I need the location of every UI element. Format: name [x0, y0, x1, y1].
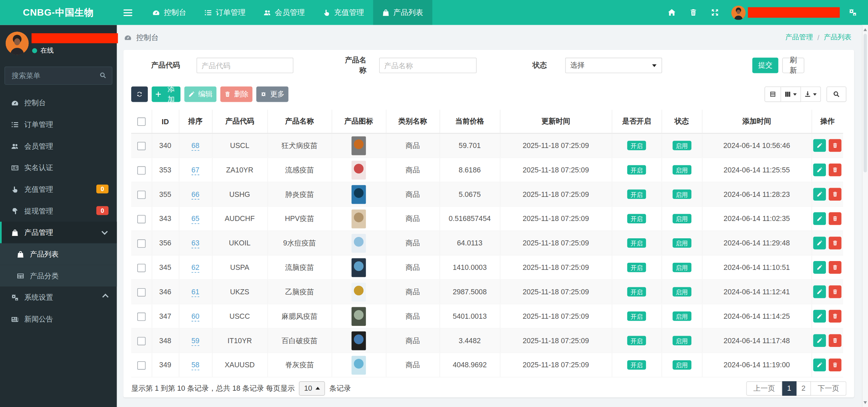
open-badge[interactable]: 开启 [627, 263, 646, 272]
sidebar-item-gears[interactable]: 系统设置 [0, 286, 117, 308]
row-delete-button[interactable] [829, 237, 842, 249]
product-code-input[interactable] [197, 58, 294, 73]
open-badge[interactable]: 开启 [627, 189, 646, 199]
product-image[interactable] [352, 355, 366, 374]
product-image[interactable] [352, 185, 366, 204]
page-nav-button[interactable]: 下一页 [811, 381, 846, 395]
row-delete-button[interactable] [829, 164, 842, 177]
open-badge[interactable]: 开启 [627, 141, 646, 150]
row-edit-button[interactable] [813, 188, 826, 201]
row-delete-button[interactable] [829, 358, 842, 371]
more-button[interactable]: 更多 [256, 87, 289, 102]
status-badge[interactable]: 启用 [672, 141, 691, 150]
refresh-button[interactable]: 刷新 [782, 58, 804, 73]
sort-editable-link[interactable]: 60 [192, 312, 200, 321]
open-badge[interactable]: 开启 [627, 214, 646, 223]
page-size-dropdown[interactable]: 10 [299, 381, 325, 395]
top-nav-item-gauge[interactable]: 控制台 [143, 0, 195, 25]
open-badge[interactable]: 开启 [627, 336, 646, 345]
row-edit-button[interactable] [813, 139, 826, 152]
status-badge[interactable]: 启用 [672, 165, 691, 175]
top-nav-item-bag[interactable]: 产品列表 [373, 0, 432, 25]
row-edit-button[interactable] [813, 261, 826, 274]
row-edit-button[interactable] [813, 310, 826, 323]
top-nav-item-list[interactable]: 订单管理 [195, 0, 255, 25]
top-nav-item-hand-up[interactable]: 充值管理 [314, 0, 373, 25]
row-edit-button[interactable] [813, 212, 826, 225]
row-edit-button[interactable] [813, 164, 826, 177]
open-badge[interactable]: 开启 [627, 238, 646, 248]
sort-editable-link[interactable]: 61 [192, 288, 200, 297]
row-delete-button[interactable] [829, 188, 842, 201]
row-checkbox[interactable] [137, 263, 145, 272]
product-image[interactable] [352, 282, 366, 301]
row-checkbox[interactable] [137, 361, 145, 369]
product-image[interactable] [352, 331, 366, 350]
status-badge[interactable]: 启用 [672, 360, 691, 370]
sort-editable-link[interactable]: 67 [192, 166, 200, 175]
product-image[interactable] [352, 258, 366, 277]
sidebar-item-bag[interactable]: 产品管理 [0, 222, 117, 243]
sidebar-item-card[interactable]: 实名认证 [0, 157, 117, 179]
row-delete-button[interactable] [829, 285, 842, 298]
sidebar-item-list[interactable]: 订单管理 [0, 114, 117, 135]
status-badge[interactable]: 启用 [672, 189, 691, 199]
status-badge[interactable]: 启用 [672, 312, 691, 321]
row-checkbox[interactable] [137, 166, 145, 174]
row-checkbox[interactable] [137, 190, 145, 199]
status-badge[interactable]: 启用 [672, 263, 691, 272]
sidebar-toggle-button[interactable] [117, 0, 139, 25]
row-delete-button[interactable] [829, 261, 842, 274]
row-checkbox[interactable] [137, 337, 145, 345]
sidebar-avatar[interactable] [5, 32, 29, 55]
sidebar-item-hand-up[interactable]: 充值管理 0 [0, 179, 117, 200]
sidebar-item-grid-sub[interactable]: 产品分类 [0, 265, 117, 286]
scrollbar-thumb[interactable] [863, 34, 867, 172]
row-delete-button[interactable] [829, 139, 842, 152]
scrollbar[interactable] [862, 25, 868, 407]
submit-button[interactable]: 提交 [752, 58, 778, 73]
user-avatar[interactable] [731, 5, 746, 20]
open-badge[interactable]: 开启 [627, 360, 646, 370]
sidebar-item-news[interactable]: 新闻公告 [0, 308, 117, 330]
row-delete-button[interactable] [829, 212, 842, 225]
row-edit-button[interactable] [813, 285, 826, 298]
sort-editable-link[interactable]: 63 [192, 239, 200, 248]
product-image[interactable] [352, 209, 366, 228]
page-nav-button[interactable]: 上一页 [746, 381, 782, 395]
columns-button[interactable] [781, 87, 801, 102]
sort-editable-link[interactable]: 68 [192, 141, 200, 151]
row-checkbox[interactable] [137, 215, 145, 223]
row-edit-button[interactable] [813, 334, 826, 347]
breadcrumb-current-link[interactable]: 产品列表 [824, 33, 851, 42]
sidebar-item-users[interactable]: 会员管理 [0, 135, 117, 157]
row-checkbox[interactable] [137, 288, 145, 296]
scroll-down-icon[interactable] [864, 401, 867, 404]
row-checkbox[interactable] [137, 239, 145, 247]
delete-button[interactable]: 删除 [220, 87, 253, 102]
edit-button[interactable]: 编辑 [184, 87, 217, 102]
row-checkbox[interactable] [137, 142, 145, 150]
sort-editable-link[interactable]: 62 [192, 263, 200, 273]
status-badge[interactable]: 启用 [672, 287, 691, 297]
export-button[interactable] [801, 87, 821, 102]
sidebar-item-hand-down[interactable]: 提现管理 0 [0, 200, 117, 222]
fullscreen-icon[interactable] [711, 8, 719, 16]
row-delete-button[interactable] [829, 334, 842, 347]
product-image[interactable] [352, 234, 366, 253]
sort-editable-link[interactable]: 65 [192, 215, 200, 224]
row-edit-button[interactable] [813, 358, 826, 371]
row-checkbox[interactable] [137, 312, 145, 320]
status-badge[interactable]: 启用 [672, 238, 691, 248]
breadcrumb-parent-link[interactable]: 产品管理 [785, 33, 813, 42]
status-badge[interactable]: 启用 [672, 336, 691, 345]
search-icon[interactable] [99, 72, 107, 79]
sidebar-item-bag-sub[interactable]: 产品列表 [0, 243, 117, 265]
reload-button[interactable] [131, 87, 148, 102]
table-search-button[interactable] [827, 87, 847, 102]
page-button-1[interactable]: 1 [782, 381, 796, 395]
sort-editable-link[interactable]: 59 [192, 336, 200, 346]
product-image[interactable] [352, 307, 366, 326]
row-edit-button[interactable] [813, 237, 826, 249]
pagination-toggle-button[interactable] [765, 87, 781, 102]
